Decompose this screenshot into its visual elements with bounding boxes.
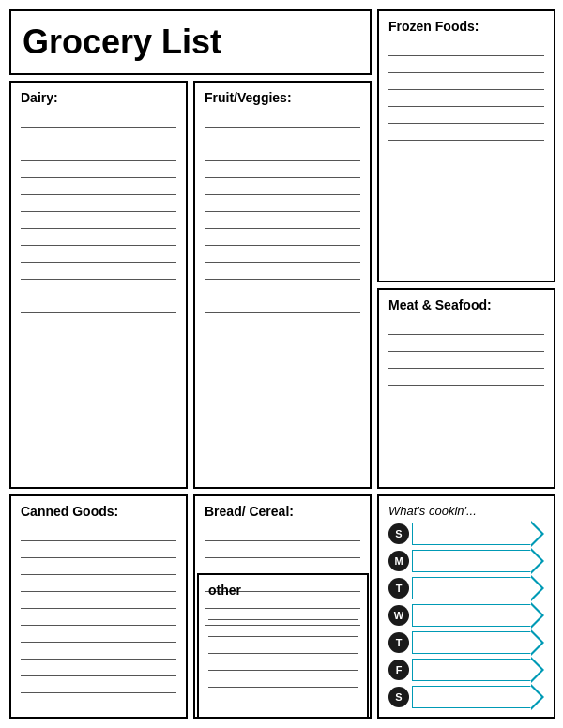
line bbox=[388, 73, 544, 90]
line bbox=[21, 161, 176, 178]
day-row: T bbox=[388, 630, 544, 655]
line bbox=[21, 626, 176, 643]
line bbox=[208, 654, 358, 671]
day-circle: T bbox=[388, 578, 409, 599]
day-circle: S bbox=[388, 687, 409, 707]
line bbox=[205, 178, 360, 195]
day-row: W bbox=[388, 603, 544, 628]
line bbox=[21, 643, 176, 660]
title-box: Grocery List bbox=[9, 9, 372, 75]
line bbox=[21, 524, 176, 541]
canned-goods-section: Canned Goods: bbox=[9, 494, 188, 719]
line bbox=[21, 558, 176, 575]
line bbox=[205, 280, 360, 296]
line bbox=[21, 144, 176, 161]
day-row: S bbox=[388, 685, 544, 709]
canned-goods-lines bbox=[21, 524, 176, 693]
day-arrow-wrapper bbox=[412, 577, 531, 599]
line bbox=[208, 637, 358, 654]
meat-seafood-section: Meat & Seafood: bbox=[377, 288, 555, 490]
day-circle: F bbox=[388, 660, 409, 680]
whats-cookin-section: What's cookin'... SMTWTFS bbox=[377, 494, 555, 719]
line bbox=[388, 39, 544, 56]
line bbox=[21, 195, 176, 212]
line bbox=[205, 229, 360, 246]
day-arrow-wrapper bbox=[412, 550, 531, 572]
line bbox=[388, 318, 544, 335]
page-title: Grocery List bbox=[23, 23, 221, 62]
line bbox=[205, 128, 360, 144]
day-circle: W bbox=[388, 605, 409, 626]
line bbox=[21, 592, 176, 609]
dairy-title: Dairy: bbox=[21, 90, 176, 105]
meat-seafood-lines bbox=[388, 318, 544, 386]
line bbox=[21, 128, 176, 144]
line bbox=[205, 161, 360, 178]
bread-cereal-title: Bread/ Cereal: bbox=[205, 504, 360, 519]
frozen-foods-title: Frozen Foods: bbox=[388, 19, 544, 34]
other-section: other bbox=[197, 573, 369, 719]
day-row: M bbox=[388, 549, 544, 573]
line bbox=[208, 671, 358, 688]
line bbox=[21, 541, 176, 558]
line bbox=[388, 107, 544, 124]
line bbox=[205, 263, 360, 280]
dairy-lines bbox=[21, 111, 176, 313]
line bbox=[388, 124, 544, 141]
line bbox=[21, 660, 176, 676]
line bbox=[388, 56, 544, 73]
line bbox=[208, 603, 358, 620]
day-arrow-wrapper bbox=[412, 604, 531, 627]
day-row: F bbox=[388, 658, 544, 682]
fruit-veggies-title: Fruit/Veggies: bbox=[205, 90, 360, 105]
day-circle: S bbox=[388, 523, 409, 544]
line bbox=[21, 178, 176, 195]
line bbox=[21, 246, 176, 263]
frozen-foods-lines bbox=[388, 39, 544, 141]
line bbox=[205, 111, 360, 128]
frozen-foods-section: Frozen Foods: bbox=[377, 9, 555, 282]
line bbox=[205, 195, 360, 212]
line bbox=[21, 609, 176, 626]
day-arrows-container: SMTWTFS bbox=[388, 522, 544, 709]
line bbox=[388, 335, 544, 352]
fruit-veggies-lines bbox=[205, 111, 360, 313]
dairy-section: Dairy: bbox=[9, 81, 188, 489]
whats-cookin-title: What's cookin'... bbox=[388, 504, 544, 518]
canned-goods-title: Canned Goods: bbox=[21, 504, 176, 519]
line bbox=[205, 296, 360, 313]
day-arrow-wrapper bbox=[412, 631, 531, 654]
day-arrow-wrapper bbox=[412, 523, 531, 545]
line bbox=[388, 369, 544, 386]
line bbox=[208, 620, 358, 637]
line bbox=[205, 246, 360, 263]
line bbox=[388, 90, 544, 107]
line bbox=[205, 212, 360, 229]
meat-seafood-title: Meat & Seafood: bbox=[388, 297, 544, 312]
line bbox=[21, 676, 176, 693]
line bbox=[21, 212, 176, 229]
line bbox=[21, 296, 176, 313]
line bbox=[21, 280, 176, 296]
line bbox=[21, 575, 176, 592]
line bbox=[388, 352, 544, 369]
line bbox=[205, 144, 360, 161]
day-circle: T bbox=[388, 632, 409, 653]
other-title: other bbox=[208, 583, 358, 598]
day-row: S bbox=[388, 522, 544, 546]
line bbox=[21, 263, 176, 280]
other-lines bbox=[208, 603, 358, 688]
day-row: T bbox=[388, 576, 544, 600]
fruit-veggies-section: Fruit/Veggies: bbox=[193, 81, 372, 489]
line bbox=[21, 229, 176, 246]
day-arrow-wrapper bbox=[412, 686, 531, 708]
day-circle: M bbox=[388, 551, 409, 571]
line bbox=[205, 541, 360, 558]
line bbox=[21, 111, 176, 128]
day-arrow-wrapper bbox=[412, 659, 531, 681]
line bbox=[205, 524, 360, 541]
